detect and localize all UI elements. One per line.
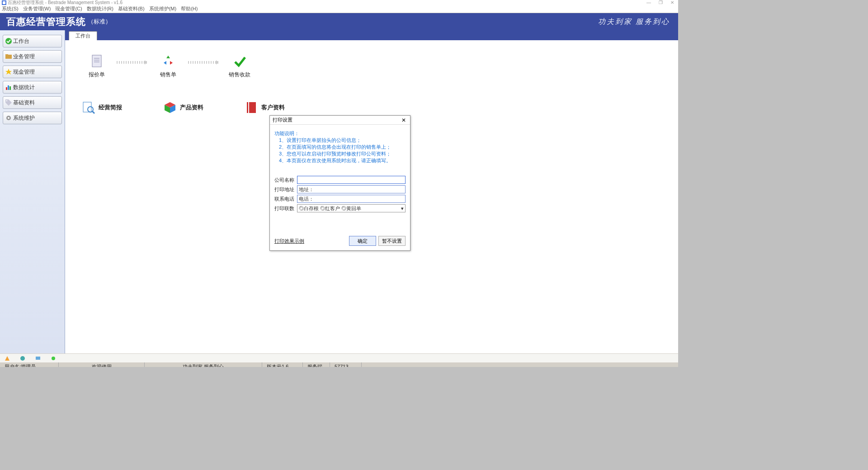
- svg-line-17: [92, 111, 94, 113]
- arrow-icon: [117, 61, 148, 64]
- quick-product[interactable]: 产品资料: [163, 100, 203, 115]
- address-input[interactable]: [297, 185, 406, 193]
- recycle-icon: [161, 54, 175, 68]
- tab-strip: 工作台: [65, 30, 678, 40]
- sidebar-item-label: 工作台: [13, 38, 29, 45]
- menu-help[interactable]: 帮助(H): [181, 5, 198, 12]
- workflow-row: 报价单 销售单 销售收款: [79, 54, 665, 79]
- phone-input[interactable]: [297, 195, 406, 203]
- dialog-close-button[interactable]: ✕: [400, 117, 407, 124]
- sidebar-item-stats[interactable]: 数据统计: [3, 81, 62, 94]
- status-icon-bar: [0, 353, 678, 362]
- app-icon: [2, 0, 6, 5]
- svg-rect-6: [8, 85, 9, 90]
- svg-point-10: [8, 117, 9, 119]
- ok-button[interactable]: 确定: [349, 236, 376, 246]
- svg-point-22: [52, 357, 55, 360]
- gear-icon: [5, 114, 12, 122]
- quick-label: 产品资料: [180, 103, 203, 112]
- brand-title: 百惠经营管理系统: [6, 15, 86, 28]
- quick-customer[interactable]: 客户资料: [244, 100, 285, 115]
- copies-label: 打印联数: [274, 205, 297, 212]
- status-server: 服务端: [303, 362, 330, 367]
- menu-business[interactable]: 业务管理(W): [23, 5, 51, 12]
- company-label: 公司名称: [274, 177, 297, 183]
- sidebar-item-cash[interactable]: 现金管理: [3, 66, 62, 78]
- desc-title: 功能说明：: [274, 130, 406, 137]
- copies-value: ◎白存根 ◎红客户 ◎黄回单: [299, 205, 361, 212]
- quick-row: 经营简报 产品资料 客户资料: [79, 100, 665, 115]
- flow-label: 销售单: [160, 71, 176, 78]
- sidebar-item-label: 数据统计: [13, 84, 35, 91]
- company-input[interactable]: [297, 176, 406, 184]
- status-user: 用户名:管理员: [0, 362, 59, 367]
- menu-basedata[interactable]: 基础资料(B): [118, 5, 145, 12]
- check-icon: [232, 54, 247, 68]
- status-slogan: 功夫到家 服务到心: [145, 362, 262, 367]
- desc-line: 4、本页面仅在首次使用系统时出现，请正确填写。: [274, 157, 406, 164]
- desc-line: 1、设置打印在单据抬头的公司信息；: [274, 137, 406, 144]
- menu-maintain[interactable]: 系统维护(M): [149, 5, 177, 12]
- sidebar-item-business[interactable]: 业务管理: [3, 50, 62, 63]
- minimize-button[interactable]: —: [643, 0, 655, 5]
- screen-icon[interactable]: [35, 356, 41, 361]
- dialog-description: 功能说明： 1、设置打印在单据抬头的公司信息； 2、在页面填写的信息将会出现在打…: [274, 130, 406, 164]
- print-preview-link[interactable]: 打印效果示例: [274, 238, 304, 244]
- flow-quote[interactable]: 报价单: [79, 54, 115, 79]
- svg-point-20: [20, 356, 25, 361]
- menu-system[interactable]: 系统(S): [2, 5, 19, 12]
- arrow-icon: [188, 61, 220, 64]
- book-icon: [244, 100, 259, 115]
- close-button[interactable]: ✕: [666, 0, 678, 5]
- status-version: 版本号1.6: [262, 362, 303, 367]
- cancel-button[interactable]: 暂不设置: [378, 236, 406, 246]
- menu-cash[interactable]: 现金管理(C): [55, 5, 82, 12]
- svg-rect-19: [248, 102, 249, 113]
- info-icon[interactable]: [20, 356, 25, 361]
- svg-point-8: [6, 100, 7, 101]
- quick-label: 客户资料: [261, 103, 285, 112]
- box-icon: [163, 100, 177, 115]
- quick-label: 经营简报: [99, 103, 122, 112]
- sidebar-item-maintain[interactable]: 系统维护: [3, 112, 62, 124]
- maximize-button[interactable]: ❐: [655, 0, 666, 5]
- sidebar-item-label: 业务管理: [13, 53, 35, 61]
- quick-report[interactable]: 经营简报: [81, 100, 122, 115]
- dialog-titlebar: 打印设置 ✕: [270, 116, 410, 125]
- phone-label: 联系电话: [274, 196, 297, 202]
- sidebar-item-label: 现金管理: [13, 68, 35, 76]
- warn-icon[interactable]: [5, 356, 10, 361]
- svg-point-2: [5, 38, 12, 44]
- field-address: 打印地址: [274, 185, 406, 193]
- svg-rect-1: [3, 1, 5, 4]
- check-icon: [5, 38, 12, 45]
- svg-rect-7: [9, 86, 11, 90]
- sidebar-item-basedata[interactable]: 基础资料: [3, 96, 62, 109]
- flow-payment[interactable]: 销售收款: [222, 54, 258, 79]
- flow-sales[interactable]: 销售单: [150, 54, 186, 79]
- status-welcome: 欢迎使用: [59, 362, 145, 367]
- brand-subtitle: （标准）: [88, 18, 111, 26]
- menu-stats[interactable]: 数据统计(R): [87, 5, 113, 12]
- desc-line: 3、您也可以在启动打印预览时修改打印公司资料；: [274, 150, 406, 157]
- brand-slogan: 功夫到家 服务到心: [598, 17, 670, 27]
- window-title: 百惠经营管理系统 - Bestrade Management System - …: [8, 0, 123, 6]
- dialog-body: 功能说明： 1、设置打印在单据抬头的公司信息； 2、在页面填写的信息将会出现在打…: [270, 125, 410, 217]
- chevron-down-icon: ▾: [401, 206, 404, 212]
- sidebar: 工作台 业务管理 现金管理 数据统计 基础资料 系统维护: [0, 30, 65, 353]
- dialog-title: 打印设置: [273, 117, 292, 123]
- dot-icon[interactable]: [51, 356, 56, 361]
- sidebar-item-workspace[interactable]: 工作台: [3, 35, 62, 47]
- window-controls: — ❐ ✕: [643, 0, 678, 5]
- field-company: 公司名称: [274, 176, 406, 184]
- print-settings-dialog: 打印设置 ✕ 功能说明： 1、设置打印在单据抬头的公司信息； 2、在页面填写的信…: [269, 115, 410, 251]
- svg-rect-5: [6, 87, 7, 90]
- copies-select[interactable]: ◎白存根 ◎红客户 ◎黄回单 ▾: [297, 204, 406, 212]
- flow-label: 报价单: [89, 71, 105, 78]
- sidebar-item-label: 系统维护: [13, 114, 35, 122]
- flow-label: 销售收款: [229, 71, 250, 78]
- status-bar: 用户名:管理员 欢迎使用 功夫到家 服务到心 版本号1.6 服务端 57713: [0, 362, 678, 367]
- tab-workspace[interactable]: 工作台: [69, 31, 97, 40]
- svg-rect-21: [36, 357, 40, 360]
- address-label: 打印地址: [274, 186, 297, 193]
